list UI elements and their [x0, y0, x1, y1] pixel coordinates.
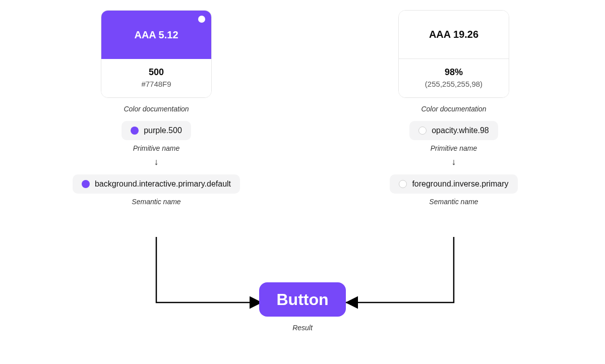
- result-button[interactable]: Button: [259, 282, 345, 317]
- color-dot-icon: [82, 180, 90, 188]
- contrast-rating-left: AAA 5.12: [134, 29, 178, 41]
- caption-result: Result: [292, 324, 313, 332]
- color-dot-icon: [131, 127, 139, 135]
- swatch-shade-right: 98%: [403, 67, 505, 78]
- caption-color-doc-left: Color documentation: [124, 105, 189, 113]
- color-dot-icon: [418, 127, 427, 135]
- color-swatch-card-right: AAA 19.26 98% (255,255,255,98): [398, 10, 509, 98]
- swatch-top-left: AAA 5.12: [101, 11, 211, 59]
- color-swatch-card-left: AAA 5.12 500 #7748F9: [101, 10, 212, 98]
- right-column: AAA 19.26 98% (255,255,255,98) Color doc…: [363, 10, 544, 206]
- semantic-name-right: foreground.inverse.primary: [412, 179, 508, 189]
- semantic-name-left: background.interactive.primary.default: [95, 179, 231, 189]
- semantic-chip-left: background.interactive.primary.default: [73, 174, 240, 194]
- caption-semantic-right: Semantic name: [429, 198, 478, 206]
- caption-semantic-left: Semantic name: [132, 198, 180, 206]
- primitive-chip-right: opacity.white.98: [409, 121, 498, 140]
- swatch-hex-left: #7748F9: [105, 80, 207, 88]
- primitive-chip-left: purple.500: [122, 121, 191, 140]
- primitive-name-right: opacity.white.98: [432, 126, 489, 135]
- swatch-shade-left: 500: [105, 67, 207, 78]
- arrow-down-icon: ↓: [154, 157, 159, 166]
- result-button-label: Button: [276, 290, 328, 309]
- swatch-top-right: AAA 19.26: [399, 11, 509, 59]
- caption-primitive-right: Primitive name: [431, 144, 477, 152]
- left-column: AAA 5.12 500 #7748F9 Color documentation…: [66, 10, 247, 206]
- primitive-name-left: purple.500: [144, 126, 182, 135]
- diagram-stage: AAA 5.12 500 #7748F9 Color documentation…: [0, 0, 605, 364]
- caption-primitive-left: Primitive name: [133, 144, 180, 152]
- swatch-dot-icon: [198, 16, 205, 23]
- semantic-chip-right: foreground.inverse.primary: [390, 174, 517, 194]
- swatch-bottom-left: 500 #7748F9: [101, 59, 211, 97]
- color-dot-icon: [399, 180, 407, 188]
- arrow-down-icon: ↓: [452, 157, 456, 166]
- swatch-rgba-right: (255,255,255,98): [403, 80, 505, 88]
- swatch-bottom-right: 98% (255,255,255,98): [399, 59, 509, 97]
- result-section: Button Result: [0, 282, 605, 332]
- contrast-rating-right: AAA 19.26: [429, 29, 478, 40]
- caption-color-doc-right: Color documentation: [421, 105, 486, 113]
